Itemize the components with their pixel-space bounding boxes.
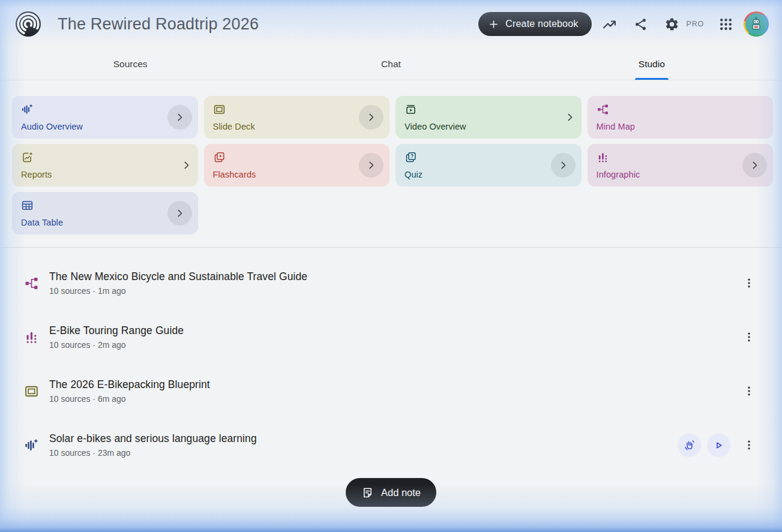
studio-card-mind-map[interactable]: Mind Map <box>588 96 774 139</box>
notebook-title[interactable]: The Rewired Roadtrip 2026 <box>58 15 259 34</box>
studio-card-audio-overview[interactable]: Audio Overview <box>12 96 198 139</box>
add-note-button[interactable]: Add note <box>346 478 436 507</box>
slide-deck-icon <box>213 103 255 116</box>
mind-map-icon <box>597 103 635 116</box>
artifact-row-audio-overview[interactable]: Solar e-bikes and serious language learn… <box>0 418 782 472</box>
plus-icon <box>488 19 499 30</box>
chevron-right-icon[interactable] <box>167 105 192 130</box>
chevron-right-icon[interactable] <box>742 153 767 178</box>
studio-card-video-overview[interactable]: Video Overview <box>396 96 582 139</box>
data-table-icon <box>21 199 63 212</box>
waving-hand-icon <box>683 439 696 452</box>
more-options-icon[interactable] <box>739 273 759 293</box>
quiz-icon <box>405 151 423 164</box>
artifact-meta: 10 sources · 23m ago <box>49 448 257 458</box>
play-icon <box>712 439 725 452</box>
audio-waveform-icon <box>24 438 40 453</box>
artifact-title: E-Bike Touring Range Guide <box>49 324 184 337</box>
tab-chat[interactable]: Chat <box>260 48 521 80</box>
audio-waveform-icon <box>21 103 83 116</box>
chevron-right-icon[interactable] <box>564 112 576 123</box>
tab-sources[interactable]: Sources <box>0 48 260 80</box>
pro-badge: PRO <box>687 20 705 28</box>
share-icon[interactable] <box>628 11 654 37</box>
tab-studio[interactable]: Studio <box>522 48 782 80</box>
header-actions: Create notebook PRO <box>478 11 769 37</box>
artifact-row-mind-map[interactable]: The New Mexico Bicycle and Sustainable T… <box>0 256 782 310</box>
artifact-meta: 10 sources · 1m ago <box>49 286 307 296</box>
studio-card-data-table[interactable]: Data Table <box>12 192 198 235</box>
studio-card-grid: Audio Overview Slide Deck Video Overview… <box>0 80 782 235</box>
artifact-meta: 10 sources · 2m ago <box>49 340 184 350</box>
mind-map-icon <box>24 276 40 291</box>
note-icon <box>361 486 374 499</box>
account-avatar[interactable] <box>744 11 769 37</box>
artifact-row-infographic[interactable]: E-Bike Touring Range Guide 10 sources · … <box>0 310 782 364</box>
create-notebook-button[interactable]: Create notebook <box>478 12 591 36</box>
infographic-icon <box>24 330 40 345</box>
more-options-icon[interactable] <box>739 327 759 347</box>
artifact-list: The New Mexico Bicycle and Sustainable T… <box>0 248 782 472</box>
chevron-right-icon[interactable] <box>359 153 383 178</box>
chevron-right-icon[interactable] <box>167 201 192 226</box>
more-options-icon[interactable] <box>739 435 759 455</box>
app-header: The Rewired Roadtrip 2026 Create noteboo… <box>0 0 782 48</box>
settings-gear-icon[interactable] <box>659 11 685 37</box>
studio-card-flashcards[interactable]: Flashcards <box>204 144 390 187</box>
chevron-right-icon[interactable] <box>359 105 383 130</box>
infographic-icon <box>597 151 640 164</box>
slide-deck-icon <box>24 384 40 399</box>
play-button[interactable] <box>707 434 730 457</box>
chevron-right-icon[interactable] <box>181 160 192 171</box>
artifact-title: The New Mexico Bicycle and Sustainable T… <box>49 270 307 283</box>
artifact-title: Solar e-bikes and serious language learn… <box>49 432 257 445</box>
artifact-title: The 2026 E-Bikepacking Blueprint <box>49 378 210 391</box>
studio-card-quiz[interactable]: Quiz <box>396 144 582 187</box>
panel-tabs: Sources Chat Studio <box>0 48 782 80</box>
interactive-mode-button[interactable] <box>678 434 701 457</box>
artifact-row-slide-deck[interactable]: The 2026 E-Bikepacking Blueprint 10 sour… <box>0 364 782 418</box>
report-icon <box>21 151 52 164</box>
video-overview-icon <box>405 103 466 116</box>
studio-card-infographic[interactable]: Infographic <box>588 144 774 187</box>
apps-grid-icon[interactable] <box>712 11 739 37</box>
flashcards-icon <box>213 151 256 164</box>
artifact-meta: 10 sources · 6m ago <box>49 394 210 404</box>
notebooklm-logo[interactable] <box>16 11 41 37</box>
studio-card-reports[interactable]: Reports <box>12 144 198 187</box>
studio-card-slide-deck[interactable]: Slide Deck <box>204 96 390 139</box>
more-options-icon[interactable] <box>739 381 759 401</box>
analytics-trending-up-icon[interactable] <box>597 11 623 37</box>
chevron-right-icon[interactable] <box>551 153 576 178</box>
avatar-robot-image <box>745 13 768 35</box>
